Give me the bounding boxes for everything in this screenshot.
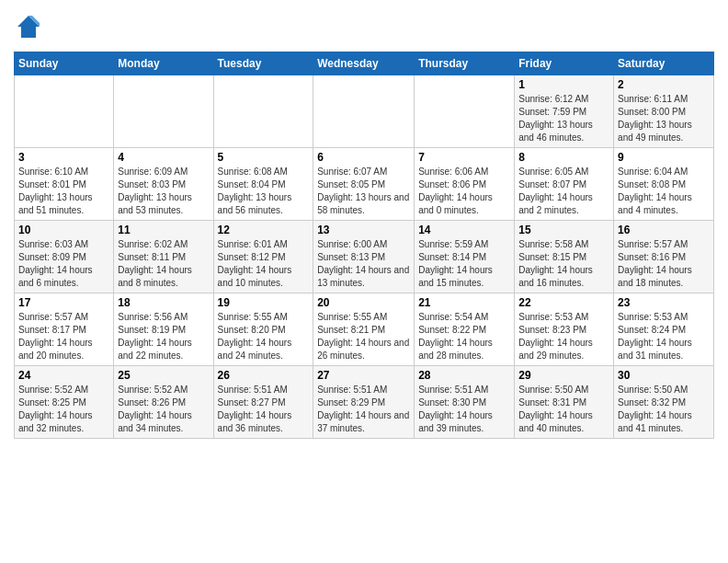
day-number: 9	[618, 151, 710, 164]
calendar-cell: 15Sunrise: 5:58 AM Sunset: 8:15 PM Dayli…	[515, 220, 614, 293]
day-number: 17	[18, 296, 109, 309]
calendar-header-row: SundayMondayTuesdayWednesdayThursdayFrid…	[15, 52, 714, 75]
day-info: Sunrise: 6:06 AM Sunset: 8:06 PM Dayligh…	[418, 166, 510, 217]
day-info: Sunrise: 6:00 AM Sunset: 8:13 PM Dayligh…	[317, 238, 410, 290]
weekday-header: Tuesday	[213, 52, 313, 75]
calendar-cell	[114, 75, 213, 147]
day-number: 28	[418, 369, 510, 382]
day-info: Sunrise: 5:51 AM Sunset: 8:27 PM Dayligh…	[218, 384, 310, 435]
calendar-cell: 29Sunrise: 5:50 AM Sunset: 8:31 PM Dayli…	[515, 365, 614, 438]
weekday-header: Friday	[515, 52, 614, 75]
day-number: 23	[618, 296, 710, 309]
day-info: Sunrise: 5:52 AM Sunset: 8:25 PM Dayligh…	[18, 384, 109, 435]
day-number: 22	[518, 296, 609, 309]
calendar-week-row: 3Sunrise: 6:10 AM Sunset: 8:01 PM Daylig…	[15, 147, 714, 220]
calendar-cell	[415, 75, 515, 147]
day-number: 3	[18, 151, 109, 164]
calendar-week-row: 10Sunrise: 6:03 AM Sunset: 8:09 PM Dayli…	[15, 220, 714, 293]
day-number: 4	[118, 151, 209, 164]
calendar-cell: 11Sunrise: 6:02 AM Sunset: 8:11 PM Dayli…	[114, 220, 213, 293]
day-number: 10	[18, 224, 109, 236]
calendar-cell: 3Sunrise: 6:10 AM Sunset: 8:01 PM Daylig…	[15, 147, 114, 220]
day-info: Sunrise: 5:58 AM Sunset: 8:15 PM Dayligh…	[518, 238, 609, 290]
day-info: Sunrise: 5:52 AM Sunset: 8:26 PM Dayligh…	[118, 384, 209, 435]
calendar-cell: 22Sunrise: 5:53 AM Sunset: 8:23 PM Dayli…	[515, 293, 614, 365]
day-info: Sunrise: 6:07 AM Sunset: 8:05 PM Dayligh…	[317, 166, 410, 217]
calendar-cell: 26Sunrise: 5:51 AM Sunset: 8:27 PM Dayli…	[213, 365, 313, 438]
calendar-cell	[313, 75, 415, 147]
day-number: 5	[218, 151, 310, 164]
calendar-cell: 9Sunrise: 6:04 AM Sunset: 8:08 PM Daylig…	[614, 147, 714, 220]
day-info: Sunrise: 6:03 AM Sunset: 8:09 PM Dayligh…	[18, 238, 109, 290]
day-info: Sunrise: 5:56 AM Sunset: 8:19 PM Dayligh…	[118, 311, 209, 362]
calendar-cell: 10Sunrise: 6:03 AM Sunset: 8:09 PM Dayli…	[15, 220, 114, 293]
day-info: Sunrise: 5:57 AM Sunset: 8:16 PM Dayligh…	[618, 238, 710, 290]
calendar-cell: 8Sunrise: 6:05 AM Sunset: 8:07 PM Daylig…	[515, 147, 614, 220]
day-number: 20	[317, 296, 410, 309]
calendar-cell: 12Sunrise: 6:01 AM Sunset: 8:12 PM Dayli…	[213, 220, 313, 293]
day-number: 11	[118, 224, 209, 236]
day-info: Sunrise: 5:55 AM Sunset: 8:20 PM Dayligh…	[218, 311, 310, 362]
calendar-week-row: 24Sunrise: 5:52 AM Sunset: 8:25 PM Dayli…	[15, 365, 714, 438]
day-info: Sunrise: 5:50 AM Sunset: 8:32 PM Dayligh…	[618, 384, 710, 435]
day-info: Sunrise: 5:53 AM Sunset: 8:24 PM Dayligh…	[618, 311, 710, 362]
calendar-cell: 24Sunrise: 5:52 AM Sunset: 8:25 PM Dayli…	[15, 365, 114, 438]
calendar-cell: 21Sunrise: 5:54 AM Sunset: 8:22 PM Dayli…	[415, 293, 515, 365]
day-info: Sunrise: 6:04 AM Sunset: 8:08 PM Dayligh…	[618, 166, 710, 217]
day-number: 1	[518, 78, 609, 91]
day-info: Sunrise: 6:05 AM Sunset: 8:07 PM Dayligh…	[518, 166, 609, 217]
calendar-cell: 23Sunrise: 5:53 AM Sunset: 8:24 PM Dayli…	[614, 293, 714, 365]
day-info: Sunrise: 6:10 AM Sunset: 8:01 PM Dayligh…	[18, 166, 109, 217]
calendar-cell: 13Sunrise: 6:00 AM Sunset: 8:13 PM Dayli…	[313, 220, 415, 293]
day-number: 14	[418, 224, 510, 236]
day-number: 19	[218, 296, 310, 309]
day-info: Sunrise: 6:11 AM Sunset: 8:00 PM Dayligh…	[618, 93, 710, 144]
calendar-cell: 19Sunrise: 5:55 AM Sunset: 8:20 PM Dayli…	[213, 293, 313, 365]
day-number: 24	[18, 369, 109, 382]
weekday-header: Monday	[114, 52, 213, 75]
calendar-table: SundayMondayTuesdayWednesdayThursdayFrid…	[14, 52, 714, 439]
calendar-cell: 6Sunrise: 6:07 AM Sunset: 8:05 PM Daylig…	[313, 147, 415, 220]
day-number: 21	[418, 296, 510, 309]
svg-marker-0	[17, 16, 40, 38]
day-number: 7	[418, 151, 510, 164]
calendar-cell	[15, 75, 114, 147]
day-number: 13	[317, 224, 410, 236]
day-info: Sunrise: 5:57 AM Sunset: 8:17 PM Dayligh…	[18, 311, 109, 362]
day-info: Sunrise: 5:55 AM Sunset: 8:21 PM Dayligh…	[317, 311, 410, 362]
day-number: 6	[317, 151, 410, 164]
day-info: Sunrise: 6:08 AM Sunset: 8:04 PM Dayligh…	[218, 166, 310, 217]
calendar-cell: 28Sunrise: 5:51 AM Sunset: 8:30 PM Dayli…	[415, 365, 515, 438]
calendar-cell: 5Sunrise: 6:08 AM Sunset: 8:04 PM Daylig…	[213, 147, 313, 220]
calendar-cell: 1Sunrise: 6:12 AM Sunset: 7:59 PM Daylig…	[515, 75, 614, 147]
calendar-cell	[213, 75, 313, 147]
day-number: 25	[118, 369, 209, 382]
logo	[14, 14, 41, 44]
day-info: Sunrise: 5:51 AM Sunset: 8:29 PM Dayligh…	[317, 384, 410, 435]
day-number: 27	[317, 369, 410, 382]
day-info: Sunrise: 6:12 AM Sunset: 7:59 PM Dayligh…	[518, 93, 609, 144]
day-number: 8	[518, 151, 609, 164]
day-number: 15	[518, 224, 609, 236]
day-number: 16	[618, 224, 710, 236]
day-number: 30	[618, 369, 710, 382]
calendar-cell: 25Sunrise: 5:52 AM Sunset: 8:26 PM Dayli…	[114, 365, 213, 438]
calendar-week-row: 17Sunrise: 5:57 AM Sunset: 8:17 PM Dayli…	[15, 293, 714, 365]
day-number: 2	[618, 78, 710, 91]
day-info: Sunrise: 6:09 AM Sunset: 8:03 PM Dayligh…	[118, 166, 209, 217]
day-number: 29	[518, 369, 609, 382]
calendar-cell: 14Sunrise: 5:59 AM Sunset: 8:14 PM Dayli…	[415, 220, 515, 293]
calendar-cell: 2Sunrise: 6:11 AM Sunset: 8:00 PM Daylig…	[614, 75, 714, 147]
calendar-cell: 30Sunrise: 5:50 AM Sunset: 8:32 PM Dayli…	[614, 365, 714, 438]
calendar-cell: 7Sunrise: 6:06 AM Sunset: 8:06 PM Daylig…	[415, 147, 515, 220]
day-number: 18	[118, 296, 209, 309]
day-info: Sunrise: 6:01 AM Sunset: 8:12 PM Dayligh…	[218, 238, 310, 290]
day-info: Sunrise: 5:54 AM Sunset: 8:22 PM Dayligh…	[418, 311, 510, 362]
logo-icon	[16, 14, 41, 40]
calendar-cell: 17Sunrise: 5:57 AM Sunset: 8:17 PM Dayli…	[15, 293, 114, 365]
page: SundayMondayTuesdayWednesdayThursdayFrid…	[0, 0, 728, 448]
calendar-cell: 16Sunrise: 5:57 AM Sunset: 8:16 PM Dayli…	[614, 220, 714, 293]
calendar-week-row: 1Sunrise: 6:12 AM Sunset: 7:59 PM Daylig…	[15, 75, 714, 147]
day-info: Sunrise: 5:51 AM Sunset: 8:30 PM Dayligh…	[418, 384, 510, 435]
weekday-header: Wednesday	[313, 52, 415, 75]
